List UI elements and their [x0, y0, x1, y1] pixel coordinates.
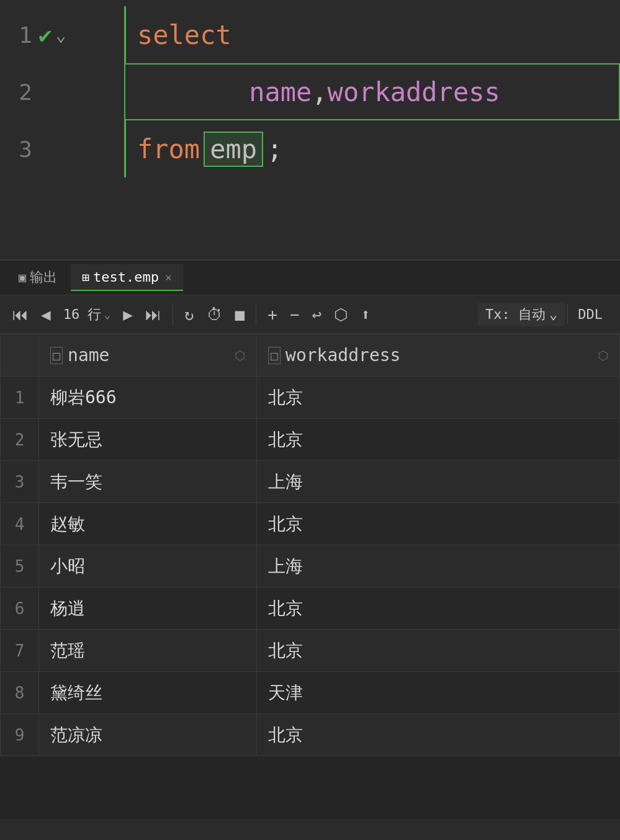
row-count: 16 行 ⌄	[58, 305, 116, 324]
comma-token: ,	[312, 77, 327, 107]
line-number-1: 1	[7, 22, 32, 48]
row-number: 3	[1, 461, 39, 503]
history-button[interactable]: ⏱	[202, 303, 228, 326]
tab-output-label: 输出	[30, 268, 57, 287]
cell-name[interactable]: 范凉凉	[39, 714, 257, 756]
toolbar-separator-2	[256, 303, 256, 326]
cell-name[interactable]: 小昭	[39, 545, 257, 588]
table-row[interactable]: 6 杨逍 北京	[1, 588, 620, 630]
row-number: 8	[1, 672, 39, 714]
col-header-name: name	[68, 345, 109, 365]
cell-name[interactable]: 韦一笑	[39, 461, 257, 503]
cell-name[interactable]: 柳岩666	[39, 377, 257, 419]
ddl-label: DDL	[578, 306, 603, 322]
chevron-down-icon[interactable]: ⌄	[56, 25, 66, 45]
cell-address[interactable]: 北京	[257, 630, 620, 672]
col-name-token: name	[249, 77, 312, 107]
undo-button[interactable]: ↩	[307, 303, 327, 326]
col-workaddress-token: workaddress	[328, 77, 500, 107]
table-row[interactable]: 9 范凉凉 北京	[1, 714, 620, 756]
th-workaddress[interactable]: □ workaddress ⬡	[257, 334, 620, 377]
tab-output[interactable]: ▣ 输出	[7, 263, 68, 293]
export-button[interactable]: ⬆	[356, 303, 375, 326]
tab-close-icon[interactable]: ✕	[165, 270, 172, 284]
rows-chevron-icon[interactable]: ⌄	[104, 308, 110, 321]
cell-address[interactable]: 北京	[257, 714, 620, 756]
tab-bar: ▣ 输出 ⊞ test.emp ✕	[0, 261, 620, 295]
data-table: □ name ⬡ □ workaddress ⬡ 1 柳岩666 北京	[0, 334, 620, 756]
row-count-label: 16 行	[63, 305, 102, 324]
tx-chevron-icon: ⌄	[549, 306, 557, 322]
cell-name[interactable]: 杨逍	[39, 588, 257, 630]
ddl-button[interactable]: DDL	[567, 304, 613, 324]
bottom-panel: ▣ 输出 ⊞ test.emp ✕ ⏮ ◀ 16 行 ⌄ ▶ ⏭ ↻ ⏱ ■ +…	[0, 261, 620, 819]
line-2-gutter: 2	[0, 63, 124, 120]
th-name[interactable]: □ name ⬡	[39, 334, 257, 377]
semicolon-token: ;	[267, 134, 282, 164]
cell-address[interactable]: 北京	[257, 419, 620, 461]
table-row[interactable]: 8 黛绮丝 天津	[1, 672, 620, 714]
next-page-button[interactable]: ▶	[118, 303, 138, 326]
cell-address[interactable]: 北京	[257, 377, 620, 419]
output-icon: ▣	[19, 270, 26, 285]
row-number-header	[1, 334, 39, 377]
code-line-1: select	[124, 6, 620, 63]
schema-button[interactable]: ⬡	[329, 303, 353, 326]
row-number: 9	[1, 714, 39, 756]
table-row[interactable]: 5 小昭 上海	[1, 545, 620, 588]
tab-test-emp-label: test.emp	[93, 269, 159, 285]
cell-name[interactable]: 范瑶	[39, 630, 257, 672]
row-number: 6	[1, 588, 39, 630]
row-number: 4	[1, 503, 39, 545]
code-line-2: name , workaddress	[124, 63, 620, 120]
code-indent	[186, 77, 249, 107]
table-row[interactable]: 7 范瑶 北京	[1, 630, 620, 672]
keyword-from: from	[137, 134, 200, 164]
stop-button[interactable]: ■	[230, 303, 250, 326]
cell-address[interactable]: 上海	[257, 461, 620, 503]
keyword-select: select	[137, 20, 231, 50]
cell-name[interactable]: 张无忌	[39, 419, 257, 461]
cell-address[interactable]: 北京	[257, 503, 620, 545]
line-numbers: 1 ✔ ⌄ 2 3	[0, 0, 124, 259]
table-emp-token: emp	[204, 132, 263, 167]
col-sort-icon-workaddress[interactable]: ⬡	[598, 348, 608, 363]
table-row[interactable]: 3 韦一笑 上海	[1, 461, 620, 503]
cell-address[interactable]: 天津	[257, 672, 620, 714]
row-number: 5	[1, 545, 39, 588]
tab-test-emp[interactable]: ⊞ test.emp ✕	[71, 264, 183, 291]
remove-row-button[interactable]: −	[285, 303, 305, 326]
data-toolbar: ⏮ ◀ 16 行 ⌄ ▶ ⏭ ↻ ⏱ ■ + − ↩ ⬡ ⬆ Tx: 自动 ⌄ …	[0, 295, 620, 334]
tx-label: Tx: 自动	[485, 305, 546, 324]
line-1-gutter: 1 ✔ ⌄	[0, 6, 124, 63]
cell-name[interactable]: 赵敏	[39, 503, 257, 545]
last-page-button[interactable]: ⏭	[140, 303, 166, 326]
col-sort-icon-name[interactable]: ⬡	[235, 348, 245, 363]
line-number-2: 2	[7, 79, 32, 105]
cell-address[interactable]: 上海	[257, 545, 620, 588]
col-icon-name: □	[50, 347, 63, 364]
code-editor[interactable]: select name , workaddress from emp ;	[124, 0, 620, 259]
col-header-workaddress: workaddress	[285, 345, 400, 365]
line-number-3: 3	[7, 136, 32, 162]
code-line-3: from emp ;	[124, 120, 620, 177]
table-header-row: □ name ⬡ □ workaddress ⬡	[1, 334, 620, 377]
col-icon-workaddress: □	[268, 347, 281, 364]
line-3-gutter: 3	[0, 120, 124, 177]
cell-address[interactable]: 北京	[257, 588, 620, 630]
table-row[interactable]: 4 赵敏 北京	[1, 503, 620, 545]
row-number: 7	[1, 630, 39, 672]
tx-selector[interactable]: Tx: 自动 ⌄	[478, 303, 565, 326]
add-row-button[interactable]: +	[263, 303, 282, 326]
table-row[interactable]: 2 张无忌 北京	[1, 419, 620, 461]
cell-name[interactable]: 黛绮丝	[39, 672, 257, 714]
row-number: 1	[1, 377, 39, 419]
prev-page-button[interactable]: ◀	[36, 303, 56, 326]
check-icon: ✔	[38, 22, 52, 48]
refresh-button[interactable]: ↻	[179, 303, 199, 326]
table-row[interactable]: 1 柳岩666 北京	[1, 377, 620, 419]
row-number: 2	[1, 419, 39, 461]
toolbar-separator-1	[173, 303, 173, 326]
table-icon: ⊞	[82, 270, 89, 285]
first-page-button[interactable]: ⏮	[7, 303, 34, 326]
